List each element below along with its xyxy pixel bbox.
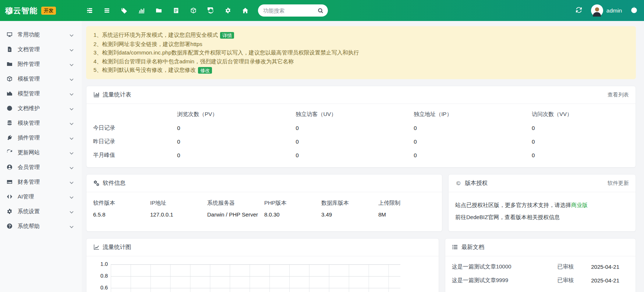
stream-icon[interactable] bbox=[86, 7, 93, 14]
doc-status: 已审核 bbox=[557, 277, 591, 284]
form-icon[interactable] bbox=[173, 7, 179, 14]
notice-text: 2、检测到网址非安全链接，建议您部署https bbox=[93, 41, 202, 47]
chevron-down-icon bbox=[70, 91, 74, 97]
chevron-down-icon bbox=[70, 76, 74, 82]
column-header: 浏览次数（PV） bbox=[177, 108, 296, 121]
cell-value: 0 bbox=[177, 148, 296, 162]
chevron-down-icon bbox=[70, 120, 74, 126]
gear-icon[interactable] bbox=[224, 7, 231, 14]
sidebar-item-plugin-management[interactable]: 插件管理 bbox=[0, 130, 82, 145]
sidebar-item-label: 文档管理 bbox=[18, 46, 40, 53]
sidebar-item-common-functions[interactable]: 常用功能 bbox=[0, 27, 82, 42]
license-text: 站点已授权社区版，更多官方技术支持，请选择 bbox=[455, 202, 571, 208]
sidebar-item-label: 常用功能 bbox=[18, 31, 40, 38]
traffic-table-header-row: 浏览次数（PV） 独立访客（UV） 独立地址（IP） 访问次数（VV） bbox=[86, 108, 636, 121]
column-header: 独立地址（IP） bbox=[414, 108, 532, 121]
info-field: 系统服务器 Darwin / PHP Server bbox=[207, 200, 264, 218]
sync-icon[interactable] bbox=[207, 7, 214, 14]
software-update-link[interactable]: 软件更新 bbox=[608, 180, 629, 187]
chevron-down-icon bbox=[70, 32, 74, 38]
info-field: 软件版本 6.5.8 bbox=[93, 200, 150, 218]
bar-chart-icon[interactable] bbox=[138, 7, 145, 14]
code-icon bbox=[6, 193, 13, 200]
function-search[interactable] bbox=[258, 4, 328, 17]
cell-value: 0 bbox=[296, 135, 414, 148]
view-list-link[interactable]: 查看列表 bbox=[608, 91, 629, 98]
notice-line: 4、检测到后台管理目录名称中包含admin，强烈建议后台管理目录修改为其它名称 bbox=[93, 57, 629, 66]
cell-value: 0 bbox=[296, 148, 414, 162]
cell-value: 0 bbox=[532, 121, 636, 135]
chart-grid bbox=[111, 264, 400, 292]
gears-icon bbox=[93, 180, 99, 186]
sidebar-item-ai-management[interactable]: AI管理 bbox=[0, 189, 82, 204]
cube-icon[interactable] bbox=[190, 7, 197, 14]
notice-line: 3、检测到data/common.inc.php数据库配置文件权限可以写入，建议… bbox=[93, 48, 629, 57]
chevron-down-icon bbox=[70, 208, 74, 215]
search-input[interactable] bbox=[263, 8, 318, 14]
sidebar-item-document-management[interactable]: 文档管理 bbox=[0, 42, 82, 57]
sidebar-item-label: 更新网站 bbox=[18, 149, 40, 156]
notice-text: 1、系统运行环境为开发模式，建议您启用安全模式 bbox=[93, 32, 218, 38]
chevron-down-icon bbox=[70, 179, 74, 185]
credit-card-icon bbox=[6, 179, 13, 185]
user-menu[interactable]: admin bbox=[591, 4, 622, 17]
sidebar: 常用功能 文档管理 附件管理 模板管理 模型管理 文档维护 bbox=[0, 21, 82, 292]
column-header: 访问次数（VV） bbox=[532, 108, 636, 121]
gear-icon bbox=[6, 208, 13, 215]
notice-text: 3、检测到data/common.inc.php数据库配置文件权限可以写入，建议… bbox=[93, 49, 359, 56]
modify-badge[interactable]: 修改 bbox=[198, 67, 212, 74]
doc-status: 已审核 bbox=[557, 263, 591, 270]
circle-icon bbox=[6, 105, 13, 112]
folder-icon[interactable] bbox=[155, 7, 162, 14]
sidebar-item-finance-management[interactable]: 财务管理 bbox=[0, 175, 82, 189]
commercial-version-link[interactable]: 商业版 bbox=[571, 202, 588, 208]
sidebar-item-label: 会员管理 bbox=[18, 164, 40, 171]
traffic-chart-card: 流量统计图 1.0 0.8 0.6 bbox=[86, 238, 439, 292]
doc-title-link[interactable]: 这是一篇测试文章10000 bbox=[452, 263, 558, 270]
sidebar-item-label: 模型管理 bbox=[18, 90, 40, 97]
home-icon[interactable] bbox=[242, 7, 248, 14]
info-field: 上传限制 8M bbox=[378, 200, 435, 218]
navbar-shortcuts bbox=[86, 7, 248, 14]
sidebar-item-attachment-management[interactable]: 附件管理 bbox=[0, 57, 82, 71]
sidebar-item-update-site[interactable]: 更新网站 bbox=[0, 145, 82, 160]
row-label: 昨日记录 bbox=[86, 135, 177, 148]
doc-title-link[interactable]: 这是一篇测试文章9999 bbox=[452, 277, 558, 284]
sidebar-item-label: AI管理 bbox=[18, 193, 34, 200]
field-label: 上传限制 bbox=[378, 200, 435, 207]
field-label: IP地址 bbox=[150, 200, 207, 207]
sidebar-item-document-maintenance[interactable]: 文档维护 bbox=[0, 101, 82, 116]
sidebar-item-system-help[interactable]: 系统帮助 bbox=[0, 219, 82, 233]
search-icon[interactable] bbox=[318, 8, 323, 14]
power-icon[interactable] bbox=[631, 7, 637, 15]
license-line: 前往DedeBIZ官网，查看版本相关授权信息 bbox=[455, 211, 629, 223]
latest-docs-card: 最新文档 这是一篇测试文章10000 已审核 2025-04-21 这是一篇测试… bbox=[445, 238, 636, 292]
cell-value: 0 bbox=[414, 148, 532, 162]
sync-icon bbox=[6, 149, 13, 156]
sidebar-item-member-management[interactable]: 会员管理 bbox=[0, 160, 82, 175]
chevron-down-icon bbox=[70, 223, 74, 229]
notice-line: 1、系统运行环境为开发模式，建议您启用安全模式详情 bbox=[93, 31, 629, 40]
table-row: 昨日记录 0 0 0 0 bbox=[86, 135, 636, 148]
tag-icon[interactable] bbox=[121, 7, 127, 14]
detail-badge[interactable]: 详情 bbox=[220, 32, 234, 39]
file-icon bbox=[6, 46, 13, 53]
cell-value: 0 bbox=[414, 121, 532, 135]
sidebar-item-label: 模板管理 bbox=[18, 75, 40, 82]
avatar[interactable] bbox=[591, 4, 603, 17]
software-info-card: 软件信息 软件版本 6.5.8 IP地址 127.0.0.1 系统服务器 Dar… bbox=[86, 174, 442, 232]
sidebar-item-module-management[interactable]: 模块管理 bbox=[0, 116, 82, 130]
username: admin bbox=[606, 7, 622, 14]
chevron-down-icon bbox=[70, 149, 74, 156]
sidebar-item-template-management[interactable]: 模板管理 bbox=[0, 71, 82, 86]
field-value: 6.5.8 bbox=[93, 211, 150, 218]
menu-icon[interactable] bbox=[103, 7, 110, 14]
refresh-icon[interactable] bbox=[576, 7, 582, 15]
sidebar-item-model-management[interactable]: 模型管理 bbox=[0, 86, 82, 101]
card-title: 流量统计表 bbox=[103, 91, 131, 99]
sidebar-item-system-settings[interactable]: 系统设置 bbox=[0, 204, 82, 219]
desktop-icon bbox=[6, 31, 13, 38]
line-chart-icon bbox=[93, 244, 99, 250]
question-icon bbox=[6, 223, 13, 229]
card-title: 流量统计图 bbox=[103, 243, 131, 251]
